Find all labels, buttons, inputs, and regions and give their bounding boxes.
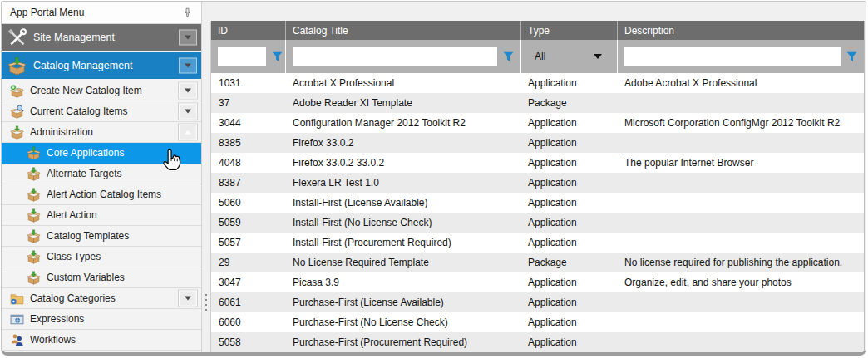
type-filter-dropdown[interactable]: All (528, 47, 610, 66)
tools-icon (7, 28, 27, 47)
cell-type: Application (520, 153, 617, 173)
filter-funnel-icon[interactable] (846, 51, 857, 62)
table-row[interactable]: 3044 Configuration Manager 2012 Toolkit … (211, 113, 864, 133)
cell-description: Adobe Acrobat X Professional (617, 73, 864, 93)
folder-gear-icon (10, 292, 24, 306)
sidebar-item-label: Create New Catalog Item (30, 85, 142, 96)
cell-id: 5057 (211, 233, 285, 253)
expander-button[interactable] (179, 58, 197, 74)
column-header-id[interactable]: ID (211, 21, 285, 40)
cell-title: Flexera LR Test 1.0 (285, 173, 520, 193)
filter-row: All (211, 40, 864, 73)
sidebar-item-expressions[interactable]: Expressions (2, 309, 201, 330)
table-row[interactable]: 4048 Firefox 33.0.2 33.0.2 Application T… (211, 153, 864, 173)
sidebar-item-label: Alert Action (47, 209, 97, 221)
catalog-title-filter-input[interactable] (293, 47, 497, 66)
table-body: 1031 Acrobat X Professional Application … (211, 73, 864, 352)
sidebar-item-catalog-templates[interactable]: Catalog Templates (2, 226, 201, 247)
description-filter-input[interactable] (624, 47, 841, 66)
cell-description: No license required for publishing the a… (617, 253, 864, 272)
table-row[interactable]: 8387 Flexera LR Test 1.0 Application (211, 173, 864, 193)
sidebar-item-workflows[interactable]: Workflows (2, 330, 201, 351)
sidebar-item-catalog-categories[interactable]: Catalog Categories (2, 288, 201, 309)
box-arrow-icon (27, 208, 41, 223)
table-row[interactable]: 5059 Install-First (No License Check) Ap… (211, 213, 864, 233)
cell-type: Application (520, 213, 617, 233)
cell-description (617, 332, 864, 352)
cell-id: 5058 (211, 332, 285, 352)
table-row[interactable]: 5060 Install-First (License Available) A… (211, 193, 864, 213)
sidebar-item-create-new-catalog-item[interactable]: Create New Catalog Item (2, 81, 201, 101)
expander-button[interactable] (179, 125, 197, 140)
expander-button[interactable] (179, 83, 197, 99)
cell-type: Package (520, 93, 617, 113)
sidebar-item-alert-action-catalog-items[interactable]: Alert Action Catalog Items (2, 184, 201, 205)
chevron-down-icon (185, 297, 191, 301)
sidebar: App Portal Menu Site Management Catalog … (2, 2, 202, 352)
sidebar-item-administration[interactable]: Administration (2, 122, 201, 143)
sidebar-item-current-catalog-items[interactable]: Current Catalog Items (2, 101, 201, 122)
cell-title: Install-First (Procurement Required) (285, 233, 520, 253)
sidebar-item-label: Site Management (33, 32, 115, 43)
sidebar-item-site-management[interactable]: Site Management (2, 24, 201, 51)
sidebar-item-alternate-targets[interactable]: Alternate Targets (2, 164, 201, 184)
catalog-grid-panel: ID Catalog Title Type Description All (210, 2, 866, 352)
cell-type: Application (520, 73, 617, 93)
chevron-down-icon (185, 64, 191, 68)
table-row[interactable]: 6061 Purchase-First (License Available) … (211, 292, 864, 312)
cell-title: Firefox 33.0.2 33.0.2 (285, 153, 520, 173)
sidebar-splitter[interactable] (203, 2, 210, 352)
pin-icon[interactable] (182, 7, 193, 19)
table-row[interactable]: 37 Adobe Reader XI Template Package (211, 93, 864, 113)
sidebar-item-catalog-management[interactable]: Catalog Management (2, 52, 201, 79)
chevron-down-icon (594, 54, 602, 59)
cell-type: Package (520, 253, 617, 272)
column-header-catalog-title[interactable]: Catalog Title (285, 21, 520, 40)
table-row[interactable]: 5058 Purchase-First (Procurement Require… (211, 332, 864, 352)
id-filter-input[interactable] (218, 47, 266, 66)
table-row[interactable]: 6060 Purchase-First (No License Check) A… (211, 312, 864, 332)
sidebar-item-label: Current Catalog Items (30, 105, 127, 117)
column-header-description[interactable]: Description (617, 21, 864, 40)
sidebar-item-label: Catalog Management (33, 60, 133, 71)
cell-id: 1031 (211, 73, 285, 93)
column-header-type[interactable]: Type (520, 21, 617, 40)
box-plus-icon (10, 84, 24, 98)
sidebar-item-class-types[interactable]: Class Types (2, 247, 201, 267)
sidebar-title: App Portal Menu (10, 7, 84, 18)
table-row[interactable]: 8385 Firefox 33.0.2 Application (211, 133, 864, 153)
cell-id: 5059 (211, 213, 285, 233)
sidebar-item-alert-action[interactable]: Alert Action (2, 205, 201, 226)
table-row[interactable]: 29 No License Required Template Package … (211, 253, 864, 272)
sidebar-item-label: Expressions (30, 313, 84, 325)
cell-title: Acrobat X Professional (285, 73, 520, 93)
cell-id: 6060 (211, 312, 285, 332)
cell-description (617, 292, 864, 312)
box-search-icon (10, 105, 24, 119)
cell-description (617, 312, 864, 332)
filter-funnel-icon[interactable] (503, 51, 514, 62)
cell-description (617, 233, 864, 253)
cell-title: Configuration Manager 2012 Toolkit R2 (285, 113, 520, 133)
filter-funnel-icon[interactable] (272, 51, 283, 62)
table-row[interactable]: 3047 Picasa 3.9 Application Organize, ed… (211, 272, 864, 292)
cell-title: Picasa 3.9 (285, 272, 520, 292)
table-row[interactable]: 1031 Acrobat X Professional Application … (211, 73, 864, 93)
expander-button[interactable] (179, 30, 197, 46)
chevron-up-icon (185, 130, 191, 135)
box-arrow-icon (27, 167, 41, 181)
table-row[interactable]: 5057 Install-First (Procurement Required… (211, 233, 864, 253)
cell-id: 8387 (211, 173, 285, 193)
sidebar-item-label: Core Applications (47, 147, 124, 159)
cell-title: Purchase-First (License Available) (285, 292, 520, 312)
sidebar-item-label: Catalog Templates (47, 230, 129, 242)
sidebar-item-custom-variables[interactable]: Custom Variables (2, 267, 201, 288)
expander-button[interactable] (179, 104, 197, 120)
cell-id: 3047 (211, 272, 285, 292)
expander-button[interactable] (179, 291, 197, 307)
cell-id: 4048 (211, 153, 285, 173)
cell-type: Application (520, 312, 617, 332)
sidebar-item-core-applications[interactable]: Core Applications (2, 143, 201, 164)
window-icon (10, 312, 24, 326)
cell-description (617, 213, 864, 233)
